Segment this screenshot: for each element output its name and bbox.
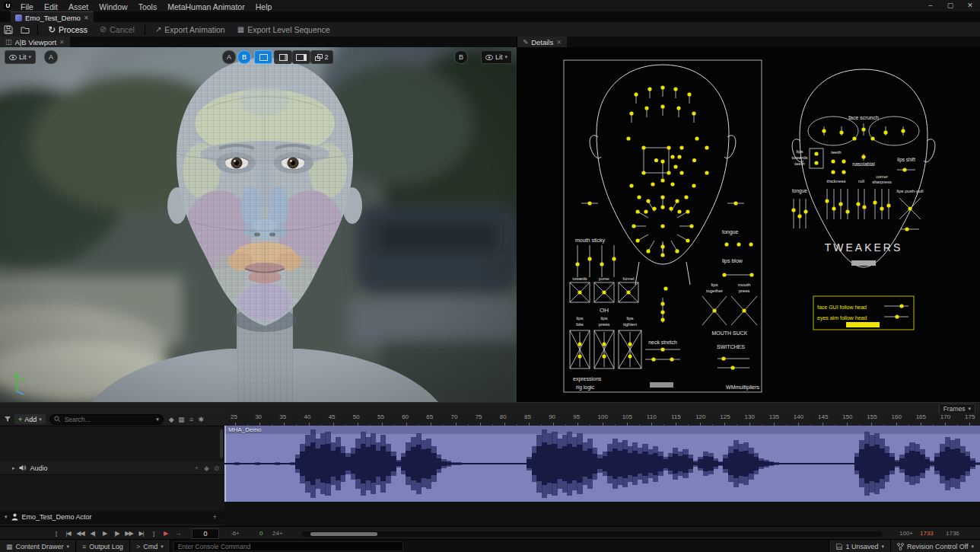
unreal-logo-icon[interactable]: U	[4, 2, 12, 10]
control-dot[interactable]	[839, 130, 843, 134]
control-dot[interactable]	[832, 206, 835, 210]
viewport-tab-close-icon[interactable]: ✕	[59, 39, 65, 46]
control-dot[interactable]	[695, 136, 698, 140]
marker-icon[interactable]: ◆	[167, 416, 177, 423]
step-forward-button[interactable]: |▶	[111, 528, 123, 538]
control-dot[interactable]	[602, 290, 606, 294]
collapse-arrow-icon[interactable]: ▾	[5, 514, 8, 520]
control-dot[interactable]	[644, 106, 648, 110]
control-dot[interactable]	[660, 244, 664, 248]
actor-track-row[interactable]: ▾ Emo_Test_Demo Actor +	[0, 511, 224, 524]
control-dot[interactable]	[886, 203, 890, 207]
tab-details[interactable]: ✎ Details ✕	[517, 37, 567, 47]
control-dot[interactable]	[742, 308, 746, 312]
control-dot[interactable]	[632, 224, 635, 228]
control-dot[interactable]	[660, 195, 664, 199]
control-dot[interactable]	[852, 136, 856, 140]
list-view-icon[interactable]: ≡	[186, 416, 196, 423]
single-view-button[interactable]	[254, 50, 272, 64]
control-dot[interactable]	[663, 286, 667, 290]
view-mode-lit-left[interactable]: Lit ▾	[5, 50, 36, 64]
play-button[interactable]: ▶	[99, 528, 110, 538]
control-dot[interactable]	[692, 111, 695, 115]
export-animation-button[interactable]: ↗ Export Animation	[149, 22, 231, 37]
control-dot[interactable]	[673, 87, 677, 91]
control-dot[interactable]	[724, 242, 728, 246]
control-dot[interactable]	[692, 158, 696, 162]
control-dot[interactable]	[660, 253, 664, 257]
sequencer-settings-icon[interactable]: ✱	[196, 416, 206, 423]
control-dot[interactable]	[902, 168, 906, 171]
go-to-front-button[interactable]: |◀	[62, 528, 74, 538]
face-gui-board[interactable]: mouth stickytonguelips blowtowardspursef…	[517, 47, 980, 402]
control-dot[interactable]	[660, 347, 664, 351]
control-dot[interactable]	[637, 195, 641, 199]
control-dot[interactable]	[692, 183, 695, 187]
control-dot[interactable]	[797, 214, 801, 218]
control-dot[interactable]	[825, 199, 829, 203]
control-dot[interactable]	[722, 273, 726, 276]
control-dot[interactable]	[634, 92, 638, 96]
step-back-button[interactable]: ◀|	[87, 528, 98, 538]
control-dot[interactable]	[673, 164, 677, 168]
asset-tab-emo-test-demo[interactable]: Emo_Test_Demo ✕	[11, 11, 94, 23]
control-dot[interactable]	[689, 224, 693, 228]
control-dot[interactable]	[660, 317, 664, 321]
control-dot[interactable]	[660, 310, 664, 314]
control-dot[interactable]	[905, 227, 908, 231]
control-dot[interactable]	[654, 158, 658, 162]
control-dot[interactable]	[814, 152, 818, 155]
control-dot[interactable]	[675, 199, 679, 203]
control-dot[interactable]	[626, 136, 630, 140]
control-dot[interactable]	[660, 224, 664, 228]
control-dot[interactable]	[831, 170, 835, 174]
control-dot[interactable]	[822, 129, 826, 132]
control-dot[interactable]	[648, 87, 651, 91]
control-dot[interactable]	[861, 155, 865, 158]
control-dot[interactable]	[803, 209, 807, 213]
control-dot[interactable]	[895, 314, 899, 318]
playback-range-end[interactable]: 1733	[920, 530, 934, 537]
control-dot[interactable]	[684, 195, 688, 199]
control-dot[interactable]	[670, 357, 673, 361]
viewport-b-badge-right[interactable]: B	[454, 50, 468, 64]
working-range-start[interactable]: 24+	[272, 530, 283, 537]
control-dot[interactable]	[660, 85, 664, 89]
control-dot[interactable]	[660, 205, 664, 209]
save-icon[interactable]	[0, 24, 17, 35]
export-level-sequence-button[interactable]: ▦ Export Level Sequence	[231, 22, 336, 37]
clip-view-icon[interactable]: ▦	[177, 416, 186, 423]
timeline-ruler[interactable]: 2530354045505560657075808590951001051101…	[224, 413, 980, 426]
control-dot[interactable]	[679, 171, 683, 174]
console-command-input[interactable]	[173, 541, 403, 551]
timeline-scrollbar-thumb[interactable]	[310, 532, 377, 536]
control-dot[interactable]	[628, 354, 632, 358]
control-dot[interactable]	[831, 159, 835, 163]
unsaved-changes-button[interactable]: 1 Unsaved ▾	[829, 540, 891, 552]
control-dot[interactable]	[667, 171, 670, 174]
control-dot[interactable]	[842, 170, 845, 174]
control-dot[interactable]	[883, 130, 887, 134]
playback-options-button[interactable]: →	[172, 528, 183, 538]
search-input[interactable]	[63, 415, 154, 424]
control-dot[interactable]	[602, 354, 606, 358]
expand-arrow-icon[interactable]: ▸	[12, 465, 15, 471]
control-dot[interactable]	[670, 155, 674, 158]
view-range-start[interactable]: -6+	[231, 530, 240, 537]
control-dot[interactable]	[845, 209, 849, 213]
record-button[interactable]: ▶	[160, 528, 171, 538]
browse-content-icon[interactable]	[17, 24, 33, 35]
control-dot[interactable]	[686, 238, 689, 242]
jaw-slider[interactable]	[650, 382, 673, 388]
chin-slider[interactable]	[851, 260, 876, 266]
current-frame-field[interactable]: 0	[192, 528, 219, 539]
control-dot[interactable]	[679, 145, 683, 149]
control-dot[interactable]	[660, 159, 664, 163]
control-dot[interactable]	[626, 290, 630, 294]
control-dot[interactable]	[705, 145, 708, 149]
control-dot[interactable]	[791, 208, 795, 212]
revision-control-button[interactable]: Revision Control Off ▾	[890, 540, 980, 552]
control-dot[interactable]	[652, 206, 656, 210]
control-dot[interactable]	[675, 249, 679, 253]
control-dot[interactable]	[635, 238, 639, 242]
